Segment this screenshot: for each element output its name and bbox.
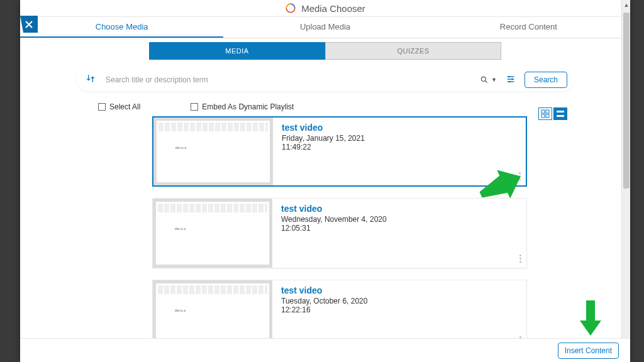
select-all-label: Select All — [109, 102, 140, 111]
svg-rect-10 — [557, 111, 564, 112]
insert-content-button[interactable]: Insert Content — [558, 343, 619, 359]
media-thumbnail: this is a — [153, 199, 272, 268]
media-time: 12:22:16 — [281, 305, 518, 314]
svg-point-4 — [511, 78, 513, 80]
dynamic-playlist-label: Embed As Dynamic Playlist — [202, 102, 294, 111]
svg-rect-8 — [541, 114, 545, 118]
dynamic-playlist-checkbox[interactable]: Embed As Dynamic Playlist — [191, 102, 294, 111]
media-item[interactable]: this is a test video Wednesday, November… — [152, 198, 527, 268]
svg-point-1 — [481, 77, 486, 81]
view-toggle — [538, 107, 567, 120]
top-tabs: Choose Media Upload Media Record Content — [20, 17, 630, 38]
search-scope-dropdown[interactable]: ▼ — [480, 75, 497, 84]
app-logo-icon — [285, 3, 296, 14]
media-item[interactable]: this is a test video Friday, January 15,… — [152, 116, 527, 187]
tab-choose-media[interactable]: Choose Media — [20, 17, 223, 38]
modal-footer: Insert Content — [20, 338, 630, 362]
sort-icon[interactable] — [83, 74, 98, 86]
svg-rect-6 — [541, 110, 545, 113]
media-title: test video — [281, 204, 518, 214]
media-list: this is a test video Friday, January 15,… — [152, 116, 527, 350]
list-view-button[interactable] — [553, 107, 567, 120]
select-all-checkbox[interactable]: Select All — [98, 102, 140, 111]
scroll-up[interactable]: ▲ — [622, 1, 631, 9]
tab-record-content[interactable]: Record Content — [427, 17, 630, 38]
svg-rect-7 — [546, 110, 549, 113]
media-date: Wednesday, November 4, 2020 — [281, 215, 518, 224]
media-time: 12:05:31 — [281, 224, 518, 233]
media-title: test video — [281, 285, 518, 295]
sub-tabs: MEDIA QUIZZES — [20, 42, 630, 60]
chevron-down-icon: ▼ — [491, 77, 497, 83]
svg-rect-11 — [557, 115, 564, 117]
search-button[interactable]: Search — [525, 72, 567, 88]
filter-icon[interactable] — [503, 74, 518, 86]
svg-rect-9 — [546, 114, 549, 118]
svg-line-2 — [486, 81, 487, 83]
svg-point-5 — [509, 80, 511, 82]
more-options-icon[interactable] — [519, 172, 521, 180]
tab-upload-media[interactable]: Upload Media — [223, 17, 426, 38]
media-thumbnail: this is a — [153, 118, 273, 185]
media-title: test video — [282, 123, 517, 133]
subtab-media[interactable]: MEDIA — [149, 42, 325, 60]
media-chooser-modal: ▲ ▼ Media Chooser Choose Media Upload Me… — [20, 0, 630, 362]
search-input[interactable] — [104, 72, 474, 88]
svg-point-3 — [508, 75, 510, 77]
grid-view-button[interactable] — [538, 107, 552, 120]
more-options-icon[interactable] — [519, 255, 521, 263]
media-time: 11:49:22 — [282, 143, 517, 151]
modal-header: Media Chooser — [20, 0, 630, 17]
media-date: Friday, January 15, 2021 — [282, 134, 517, 143]
search-bar: ▼ Search — [77, 69, 574, 91]
subtab-quizzes[interactable]: QUIZZES — [325, 42, 501, 60]
modal-title: Media Chooser — [301, 3, 365, 14]
media-date: Tuesday, October 6, 2020 — [281, 297, 518, 305]
